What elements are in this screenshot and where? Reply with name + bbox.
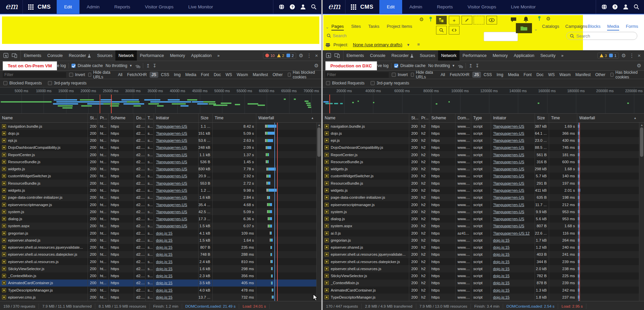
request-type-filter[interactable]: Wasm (235, 72, 250, 78)
request-initiator-link[interactable]: dojo.js:15 (154, 244, 199, 251)
sort-ascending-icon[interactable]: ▲ (311, 116, 319, 120)
table-row[interactable]: _ContextMixin.js 200 ht... https d2.... … (0, 272, 321, 280)
request-initiator-link[interactable]: ?language=en-US (154, 137, 199, 144)
column-header[interactable]: Size (199, 114, 213, 122)
import-har-icon[interactable]: ↥ (469, 63, 473, 68)
devtools-tab[interactable]: Application (188, 50, 215, 61)
table-row[interactable]: dialog.js 200 h2 https www.... script ?l… (323, 215, 644, 222)
request-initiator-link[interactable]: ?language=en-US (491, 208, 535, 215)
table-row[interactable]: epi.js 200 ht... https d2.... s... ?lang… (0, 137, 321, 144)
table-row[interactable]: ReportCenter.js 200 ht... https d2.... s… (0, 151, 321, 158)
more-tabs-icon[interactable]: » (558, 53, 566, 58)
column-header[interactable]: Type (471, 114, 491, 122)
import-har-icon[interactable]: ↥ (146, 63, 150, 68)
table-row[interactable]: widgets.js 200 ht... https d2.... s... ?… (0, 187, 321, 194)
request-initiator-link[interactable]: dojo.js:15 (491, 272, 535, 280)
network-overview-timeline[interactable]: 5000 ms10000 ms15000 ms20000 ms25000 ms3… (0, 87, 321, 114)
navbar-menu-item[interactable]: Live Monitor (181, 0, 220, 14)
checkbox-icon[interactable] (48, 81, 52, 85)
request-initiator-link[interactable]: dojo.js:15 (154, 280, 199, 287)
request-type-filter[interactable]: Other (271, 72, 285, 78)
request-type-filter[interactable]: Manifest (573, 72, 592, 78)
network-conditions-icon[interactable] (135, 63, 140, 68)
navbar-menu-item[interactable]: Live Monitor (503, 0, 543, 14)
devtools-tab[interactable]: Security (537, 50, 558, 61)
search-icon[interactable] (311, 4, 317, 10)
table-row[interactable]: customWidgetSwitcher.js 200 h2 https www… (323, 173, 644, 180)
chevron-down-icon[interactable]: ⌄ (325, 24, 329, 29)
column-header[interactable]: Name (0, 114, 88, 122)
request-filter-toggle[interactable]: 3rd-party requests (371, 81, 409, 85)
navbar-menu-item[interactable]: Reports (430, 0, 460, 14)
table-row[interactable]: AnimatedCardContainer.js 200 h2 https ww… (323, 287, 644, 294)
globe-icon[interactable] (279, 4, 284, 10)
column-header[interactable]: Initiator (491, 114, 535, 122)
assets-search-input[interactable]: Search (566, 32, 637, 40)
filter-input[interactable] (325, 72, 389, 78)
device-toolbar-icon[interactable] (334, 53, 340, 58)
checkbox-icon[interactable] (371, 81, 375, 85)
navbar-menu-item[interactable]: Reports (107, 0, 138, 14)
request-initiator-link[interactable]: ?language=en-US (491, 180, 535, 187)
cms-tab[interactable]: Project Items (387, 24, 412, 30)
request-initiator-link[interactable]: dojo.js:15 (154, 272, 199, 280)
table-row[interactable]: DojoDashboardCompatibility.js 200 h2 htt… (323, 144, 644, 151)
table-row[interactable]: TypeDescriptorManager.js 200 ht... https… (0, 287, 321, 294)
table-row[interactable]: ResourceBundle.js 200 h2 https www.... s… (323, 158, 644, 165)
table-row[interactable]: system.js 200 h2 https www.... script ?l… (323, 208, 644, 215)
request-type-filter[interactable]: CSS (159, 72, 171, 78)
request-initiator-link[interactable]: ?language=en-US (491, 130, 535, 137)
network-conditions-icon[interactable] (458, 63, 463, 68)
request-initiator-link[interactable]: ?language=en-US (154, 166, 199, 173)
status-badge[interactable]: 1 (609, 54, 616, 58)
table-row[interactable]: episerver.shared.js 200 h2 https www....… (323, 244, 644, 251)
comment-bubble-icon[interactable] (511, 17, 517, 22)
page-tree-icon[interactable] (436, 16, 447, 24)
close-icon[interactable]: × (638, 53, 641, 58)
request-initiator-link[interactable]: ?language=en-US (154, 144, 199, 151)
column-header[interactable]: Name (323, 114, 409, 122)
devtools-tab[interactable]: Performance (137, 50, 167, 61)
devtools-tab[interactable]: Sources (417, 50, 438, 61)
request-initiator-link[interactable]: ?language=en-US (154, 130, 199, 137)
hide-data-urls-toggle[interactable]: Hide data URLs (411, 70, 436, 79)
request-initiator-link[interactable]: ?language=en-US (154, 173, 199, 180)
sort-ascending-icon[interactable]: ▲ (634, 116, 642, 120)
user-icon[interactable] (623, 4, 629, 10)
table-row[interactable]: ResourceBundle.js 200 ht... https d2....… (0, 158, 321, 165)
request-type-filter[interactable]: Doc (212, 72, 223, 78)
request-initiator-link[interactable]: dojo.js:15 (491, 251, 535, 258)
request-initiator-link[interactable]: ?language=en-US (491, 201, 535, 208)
request-initiator-link[interactable]: ?language=en-US (154, 151, 199, 158)
checkbox-icon[interactable] (69, 73, 73, 77)
checkbox-checked-icon[interactable] (71, 64, 75, 68)
request-initiator-link[interactable]: dojo.js:15 (154, 287, 199, 294)
table-row[interactable]: ReportCenter.js 200 h2 https www.... scr… (323, 151, 644, 158)
user-icon[interactable] (300, 4, 306, 10)
request-initiator-link[interactable]: dojo.js:15 (154, 258, 199, 265)
checkbox-icon[interactable] (3, 81, 7, 85)
request-initiator-link[interactable]: dojo.js:15 (154, 294, 199, 301)
table-row[interactable]: widgets.js 200 h2 https www.... script ?… (323, 187, 644, 194)
export-har-icon[interactable]: ↧ (153, 63, 157, 68)
request-type-filter[interactable]: Doc (534, 72, 545, 78)
checkbox-icon[interactable] (392, 73, 396, 77)
request-initiator-link[interactable]: ?language=en-US (491, 173, 535, 180)
checkbox-icon[interactable] (88, 73, 91, 77)
devtools-tab[interactable]: Console (367, 50, 388, 61)
request-type-filter[interactable]: WS (546, 72, 556, 78)
cms-tab[interactable]: Pages (331, 24, 344, 30)
table-row[interactable]: ai.0.js 200 h2 https az41... script ?lan… (323, 230, 644, 237)
table-row[interactable]: gregorian.js 200 h2 https www.... script… (323, 237, 644, 244)
search-page-icon[interactable] (436, 26, 447, 35)
devtools-tab[interactable]: Network (115, 50, 137, 61)
request-type-filter[interactable]: All (439, 72, 447, 78)
request-filter-toggle[interactable]: 3rd-party requests (48, 81, 87, 85)
disable-cache-toggle[interactable]: Disable cache (71, 63, 103, 68)
scroll-up-icon[interactable]: ▲ (318, 123, 321, 127)
column-header[interactable]: Waterfall▲ (577, 114, 644, 122)
scrollbar-thumb[interactable] (317, 127, 321, 157)
request-initiator-link[interactable]: ?language=en-US (491, 123, 535, 130)
gear-icon[interactable]: ⚙ (546, 16, 550, 22)
pin-icon[interactable] (537, 16, 541, 21)
